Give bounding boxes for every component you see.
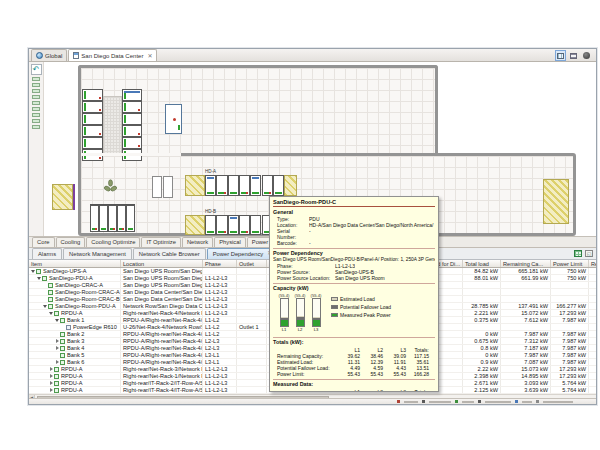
standalone-cabinet[interactable] xyxy=(165,104,182,134)
view-tab-cooling[interactable]: Cooling xyxy=(56,237,86,247)
view-tab-cooling-optimize[interactable]: Cooling Optimize xyxy=(86,237,140,247)
panel-tab-network-management[interactable]: Network Management xyxy=(63,248,132,259)
tab-san-diego-data-center[interactable]: San Diego Data Center ✕ xyxy=(68,49,157,61)
column-header-re[interactable]: Re... xyxy=(589,260,596,267)
rack-icon[interactable] xyxy=(205,175,216,196)
expand-icon[interactable] xyxy=(55,346,59,350)
collapse-icon[interactable] xyxy=(31,269,35,273)
rack-icon[interactable] xyxy=(250,175,261,196)
column-header-outlet[interactable]: Outlet xyxy=(237,260,267,267)
rack-icon[interactable] xyxy=(117,205,126,232)
tab-global[interactable]: Global xyxy=(31,49,67,61)
expand-icon[interactable] xyxy=(55,360,59,364)
cell-re xyxy=(589,289,596,295)
palette-item-icon[interactable] xyxy=(32,83,40,87)
item-label: PowerEdge R610 xyxy=(73,324,117,330)
panel-tab-network-cable-browser[interactable]: Network Cable Browser xyxy=(133,248,206,259)
rack-icon[interactable] xyxy=(122,137,142,149)
cell-limit: 5.764 kW xyxy=(551,380,589,386)
view-tab-it-optimize[interactable]: IT Optimize xyxy=(141,237,181,247)
cell-total: 2.221 kW xyxy=(463,310,501,316)
column-header-location[interactable]: Location xyxy=(121,260,203,267)
column-header-phase[interactable]: Phase xyxy=(203,260,237,267)
cell-re xyxy=(589,373,596,379)
panel-tab-alarms[interactable]: Alarms xyxy=(32,248,62,259)
rack-icon[interactable] xyxy=(273,175,284,196)
cell-item: RPDU-A xyxy=(29,366,121,372)
rack-icon[interactable] xyxy=(82,137,103,149)
cell-remaining: 15.073 kW xyxy=(501,366,551,372)
rack-icon[interactable] xyxy=(122,101,142,113)
rack-icon[interactable] xyxy=(82,101,103,113)
cell-limit: 750 kW xyxy=(551,275,589,281)
rack-icon[interactable] xyxy=(108,205,117,232)
expand-icon[interactable] xyxy=(49,374,53,378)
rack-icon[interactable] xyxy=(122,125,142,137)
view-tab-core[interactable]: Core xyxy=(32,237,55,247)
rack-icon[interactable] xyxy=(262,175,273,196)
row-label-hd-a: HD-A xyxy=(205,169,216,174)
expand-icon[interactable] xyxy=(55,339,59,343)
rack-icon[interactable] xyxy=(239,215,250,235)
palette-item-icon[interactable] xyxy=(32,107,40,111)
cell-phase: L1-L2-L3 xyxy=(203,387,237,393)
layout-view-button[interactable] xyxy=(568,50,579,61)
column-header-remaining-ca[interactable]: Remaining Ca... xyxy=(501,260,551,267)
rack-icon[interactable] xyxy=(216,175,227,196)
rack-icon[interactable] xyxy=(228,175,239,196)
rack-icon[interactable] xyxy=(82,125,103,137)
view-tab-physical[interactable]: Physical xyxy=(214,237,246,247)
cell-phase: L1-L2 xyxy=(203,324,237,330)
collapse-icon[interactable] xyxy=(43,304,47,308)
rack-icon[interactable] xyxy=(90,205,99,232)
rack-icon[interactable] xyxy=(122,89,142,101)
collapse-icon[interactable] xyxy=(55,318,59,322)
export-table-icon[interactable] xyxy=(574,250,582,257)
rack-icon[interactable] xyxy=(82,89,103,101)
section-heading: Measured Data: xyxy=(273,381,435,388)
cell-remaining: 7.187 kW xyxy=(501,345,551,351)
pan-back-button[interactable]: ↶ xyxy=(31,64,42,75)
rack-icon[interactable] xyxy=(250,215,261,235)
expand-panel-icon[interactable]: ◱ xyxy=(585,250,593,257)
palette-item-icon[interactable] xyxy=(32,77,40,81)
palette-item-icon[interactable] xyxy=(32,119,40,123)
item-label: Bank 5 xyxy=(67,352,84,358)
rack-icon[interactable] xyxy=(205,215,216,235)
palette-item-icon[interactable] xyxy=(32,113,40,117)
map-view-button[interactable] xyxy=(555,50,566,61)
rack-icon[interactable] xyxy=(239,175,250,196)
rack-icon[interactable] xyxy=(216,215,227,235)
cell-remaining xyxy=(501,324,551,330)
expand-icon[interactable] xyxy=(49,367,53,371)
globe-view-button[interactable] xyxy=(581,50,592,61)
panel-tab-power-dependency[interactable]: Power Dependency✕ xyxy=(207,248,279,259)
status-legend xyxy=(397,399,573,404)
collapse-icon[interactable] xyxy=(49,311,53,315)
collapse-icon[interactable] xyxy=(37,276,41,280)
device-icon xyxy=(54,374,59,379)
column-header-total-load[interactable]: Total load xyxy=(463,260,501,267)
rack-icon[interactable] xyxy=(82,113,103,125)
palette-item-icon[interactable] xyxy=(32,101,40,105)
palette-item-icon[interactable] xyxy=(32,125,40,129)
item-label: Bank 1 xyxy=(67,317,84,323)
rack-icon[interactable] xyxy=(126,205,135,232)
rack-icon[interactable] xyxy=(228,215,239,235)
rack-icon[interactable] xyxy=(99,205,108,232)
cell-total: 2.398 kW xyxy=(463,373,501,379)
cell-phase xyxy=(203,268,237,274)
palette-item-icon[interactable] xyxy=(32,89,40,93)
view-tab-network[interactable]: Network xyxy=(182,237,213,247)
cell-outlet xyxy=(237,387,267,393)
expand-icon[interactable] xyxy=(49,388,53,392)
expand-icon[interactable] xyxy=(49,381,53,385)
column-header-power-limit[interactable]: Power Limit xyxy=(551,260,589,267)
close-icon[interactable]: ✕ xyxy=(147,53,152,59)
cell-total: 2.125 kW xyxy=(463,387,501,393)
rack-icon[interactable] xyxy=(122,113,142,125)
rack-column-a xyxy=(82,89,103,163)
cell-remaining xyxy=(501,296,551,302)
column-header-item[interactable]: Item xyxy=(29,260,121,267)
palette-item-icon[interactable] xyxy=(32,95,40,99)
